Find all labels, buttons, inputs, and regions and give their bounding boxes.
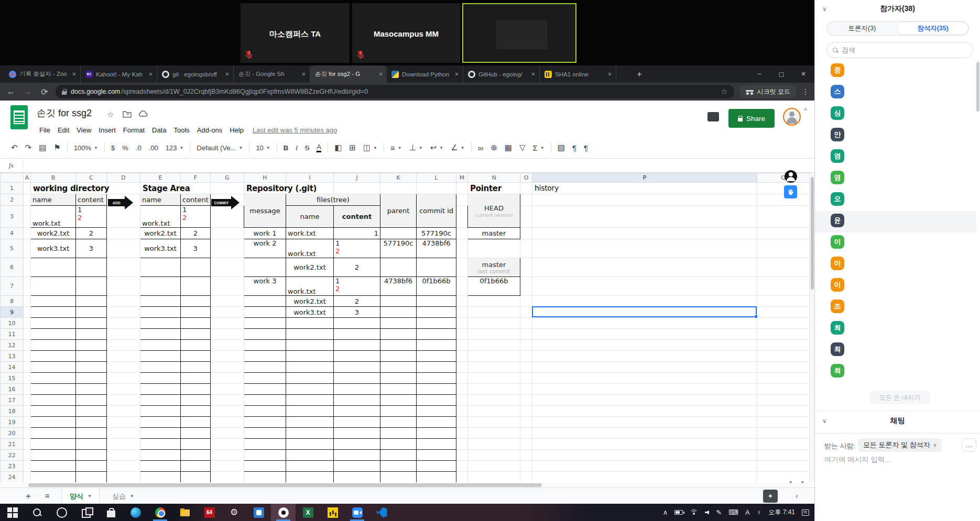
sheets-logo-icon[interactable] [10, 105, 28, 129]
grid-cell[interactable] [532, 417, 757, 428]
pen-icon[interactable]: ✎ [716, 508, 722, 516]
sheet-tab[interactable]: 실습 ▼ [105, 488, 141, 504]
grid-cell[interactable] [380, 406, 417, 417]
grid-cell[interactable] [380, 329, 417, 340]
grid-cell[interactable] [211, 183, 244, 194]
grid-cell[interactable] [520, 277, 532, 296]
grid-cell[interactable] [456, 406, 468, 417]
grid-cell[interactable]: 577190c [417, 228, 456, 239]
volume-icon[interactable] [705, 511, 709, 515]
browser-tab[interactable]: GitHub - egoing/× [463, 65, 540, 83]
grid-cell[interactable] [286, 340, 334, 351]
grid-cell[interactable] [31, 428, 76, 439]
grid-cell[interactable] [31, 395, 76, 406]
undo-icon[interactable]: ↶ [7, 141, 21, 154]
grid-cell[interactable] [468, 296, 520, 307]
grid-cell[interactable] [532, 194, 757, 206]
filter-icon[interactable]: ▽ [516, 141, 529, 154]
grid-cell[interactable] [334, 406, 380, 417]
row-header[interactable]: 11 [1, 329, 24, 340]
grid-cell[interactable] [244, 461, 286, 472]
grid-cell[interactable] [244, 450, 286, 461]
grid-cell[interactable] [76, 384, 107, 395]
grid-cell[interactable] [76, 340, 107, 351]
grid-cell[interactable] [520, 450, 532, 461]
chrome-button[interactable] [148, 504, 172, 521]
grid-cell[interactable]: 0f1b66b [417, 277, 456, 296]
browser-tab[interactable]: 손깃 for ssg2 - G× [310, 65, 387, 83]
grid-cell[interactable] [181, 318, 211, 329]
grid-cell[interactable] [181, 277, 211, 296]
grid-cell[interactable] [757, 194, 810, 206]
grid-cell[interactable] [757, 340, 810, 351]
browser-tab[interactable]: git · egoingsb/off× [157, 65, 234, 83]
close-button[interactable]: ✕ [792, 65, 814, 83]
row-header[interactable]: 3 [1, 206, 24, 228]
column-header-F[interactable]: F [181, 173, 211, 183]
column-header-E[interactable]: E [140, 173, 181, 183]
grid-cell[interactable] [334, 340, 380, 351]
grid-cell[interactable] [31, 417, 76, 428]
grid-cell[interactable] [468, 439, 520, 450]
grid-cell[interactable] [211, 340, 244, 351]
bookmark-star-icon[interactable]: ☆ [721, 87, 727, 96]
clock[interactable]: 오후 7:41 [768, 508, 795, 517]
grid-cell[interactable]: Repository (.git) [244, 183, 286, 194]
grid-cell[interactable]: 2 [76, 228, 107, 239]
comment-history-icon[interactable] [707, 112, 719, 121]
row-header[interactable]: 18 [1, 406, 24, 417]
participant-item[interactable]: 최 [815, 340, 976, 361]
grid-cell[interactable]: 12 [334, 239, 380, 258]
grid-cell[interactable]: content [181, 194, 211, 206]
row-header[interactable]: 22 [1, 450, 24, 461]
participant-item[interactable]: 이 [815, 232, 976, 254]
grid-cell[interactable] [456, 417, 468, 428]
grid-cell[interactable] [31, 351, 76, 362]
grid-cell[interactable] [520, 351, 532, 362]
grid-cell[interactable]: name [140, 194, 181, 206]
grid-cell[interactable] [31, 373, 76, 384]
grid-cell[interactable] [380, 384, 417, 395]
edge-button[interactable] [123, 504, 148, 521]
grid-cell[interactable] [417, 461, 456, 472]
video-tile-2[interactable]: Masocampus MM [352, 3, 460, 63]
grid-cell[interactable] [181, 395, 211, 406]
vscode-button[interactable] [369, 504, 394, 521]
increase-decimal-icon[interactable]: .00 [145, 141, 162, 154]
back-button[interactable]: ← [5, 87, 17, 96]
grid-cell[interactable] [31, 296, 76, 307]
grid-cell[interactable] [532, 362, 757, 373]
column-header-H[interactable]: H [244, 173, 286, 183]
grid-cell[interactable] [468, 428, 520, 439]
participant-item[interactable]: 이 [815, 254, 976, 275]
grid-cell[interactable] [76, 307, 107, 318]
grid-cell[interactable] [417, 373, 456, 384]
grid-cell[interactable] [107, 450, 140, 461]
strikethrough-icon[interactable]: S [301, 141, 313, 154]
grid-cell[interactable] [532, 206, 757, 228]
grid-cell[interactable] [334, 362, 380, 373]
grid-cell[interactable] [76, 439, 107, 450]
grid-cell[interactable] [140, 373, 181, 384]
grid-cell[interactable] [181, 406, 211, 417]
column-header-A[interactable]: A [24, 173, 31, 183]
participant-search-input[interactable]: 검색 [826, 42, 973, 58]
grid-cell[interactable] [24, 307, 31, 318]
grid-cell[interactable] [334, 450, 380, 461]
grid-cell[interactable]: 3 [76, 239, 107, 258]
grid-cell[interactable] [468, 450, 520, 461]
menu-tools[interactable]: Tools [170, 125, 193, 136]
grid-cell[interactable] [244, 384, 286, 395]
add-sheet-button[interactable]: + [21, 488, 36, 504]
column-header-C[interactable]: C [76, 173, 107, 183]
row-header[interactable]: 8 [1, 296, 24, 307]
new-tab-button[interactable]: + [633, 68, 646, 81]
grid-cell[interactable] [334, 395, 380, 406]
row-header[interactable]: 24 [1, 472, 24, 483]
grid-cell[interactable] [31, 329, 76, 340]
grid-cell[interactable] [757, 239, 810, 258]
grid-cell[interactable] [107, 395, 140, 406]
row-header[interactable]: 23 [1, 461, 24, 472]
more-formats[interactable]: 123▼ [162, 141, 188, 154]
grid-cell[interactable] [520, 384, 532, 395]
